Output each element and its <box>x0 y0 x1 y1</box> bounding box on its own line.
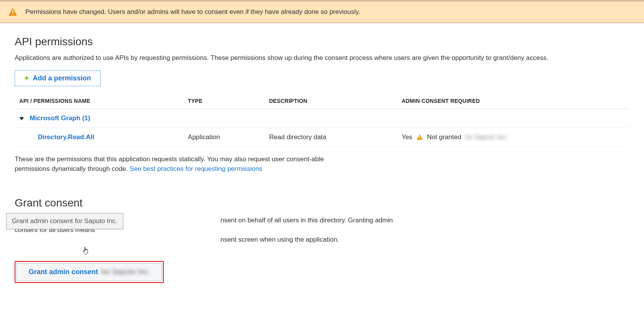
warning-icon <box>8 7 18 17</box>
permission-name[interactable]: Directory.Read.All <box>19 133 94 141</box>
api-permissions-description: Applications are authorized to use APIs … <box>15 54 629 62</box>
grant-consent-section: Grant consent Grant admin consent for Sa… <box>15 197 629 283</box>
col-type: TYPE <box>183 93 264 109</box>
consent-status-suffix: for Saputo Inc. <box>465 133 508 141</box>
grant-button-label: Grant admin consent <box>29 268 98 276</box>
permissions-table: API / PERMISSIONS NAME TYPE DESCRIPTION … <box>15 93 629 147</box>
admin-required-value: Yes <box>402 133 412 141</box>
main-content: API permissions Applications are authori… <box>0 23 644 295</box>
svg-rect-3 <box>419 138 420 139</box>
warning-icon <box>416 134 423 141</box>
svg-rect-2 <box>419 136 420 138</box>
grant-button-suffix: for Saputo Inc. <box>101 268 150 276</box>
grant-button-highlight: Grant admin consent for Saputo Inc. <box>15 261 164 283</box>
notification-bar: Permissions have changed. Users and/or a… <box>0 0 644 23</box>
permission-type: Application <box>183 128 264 147</box>
svg-rect-1 <box>12 14 13 15</box>
cursor-icon <box>82 246 90 256</box>
col-name: API / PERMISSIONS NAME <box>15 93 183 109</box>
permission-description: Read directory data <box>264 128 397 147</box>
grant-consent-title: Grant consent <box>15 197 629 209</box>
svg-rect-0 <box>12 10 13 14</box>
permission-row[interactable]: Directory.Read.All Application Read dire… <box>15 128 629 147</box>
add-permission-label: Add a permission <box>33 74 91 82</box>
plus-icon: + <box>24 74 29 83</box>
table-header-row: API / PERMISSIONS NAME TYPE DESCRIPTION … <box>15 93 629 109</box>
caret-down-icon <box>19 117 24 120</box>
consent-status-text: Not granted <box>427 133 461 141</box>
col-description: DESCRIPTION <box>264 93 397 109</box>
col-admin-consent: ADMIN CONSENT REQUIRED <box>397 93 629 109</box>
grant-admin-consent-button[interactable]: Grant admin consent for Saputo Inc. <box>17 263 162 281</box>
add-permission-button[interactable]: + Add a permission <box>15 70 101 86</box>
footnote-link[interactable]: See best practices for requesting permis… <box>130 165 263 172</box>
api-permissions-title: API permissions <box>15 36 629 48</box>
grant-consent-tooltip: Grant admin consent for Saputo Inc. <box>6 213 123 229</box>
api-group-label: Microsoft Graph (1) <box>30 114 90 122</box>
consent-status-cell: Yes Not granted for Saputo Inc. <box>402 133 626 141</box>
notification-text: Permissions have changed. Users and/or a… <box>25 8 360 16</box>
permissions-footnote: These are the permissions that this appl… <box>15 155 358 174</box>
api-group-row[interactable]: Microsoft Graph (1) <box>15 109 629 128</box>
